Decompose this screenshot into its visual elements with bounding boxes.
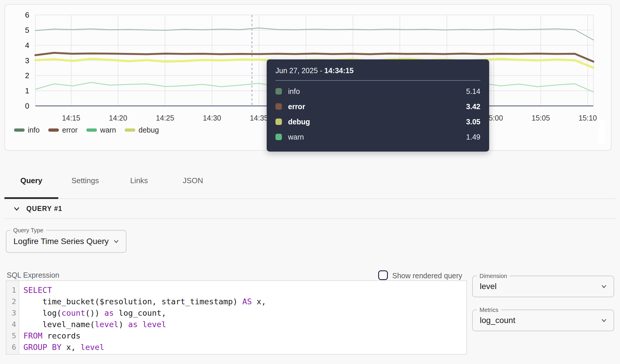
line-number: 6 [6, 341, 19, 353]
chart-tooltip: Jun 27, 2025 - 14:34:15 info5.14error3.4… [267, 59, 489, 152]
legend-item-info[interactable]: info [14, 126, 40, 134]
tooltip-row-info: info5.14 [275, 84, 480, 99]
legend-label: error [62, 126, 78, 134]
chevron-down-icon [112, 237, 121, 246]
legend-label: warn [100, 126, 116, 134]
legend-swatch-warn [86, 128, 97, 132]
query-section-title: QUERY #1 [26, 205, 62, 213]
tooltip-series-name: warn [288, 133, 304, 141]
query-editor-page: 012345614:1514:2014:2514:3014:3514:4014:… [0, 0, 620, 364]
tab-divider [4, 198, 616, 199]
line-number: 3 [6, 307, 19, 319]
tab-bar: QuerySettingsLinksJSON [4, 171, 220, 190]
tooltip-series-value: 5.14 [466, 87, 480, 96]
metrics-select[interactable]: Metrics log_count [472, 310, 614, 331]
svg-text:1: 1 [25, 86, 29, 95]
tooltip-series-name: error [288, 102, 305, 111]
tooltip-row-debug: debug3.05 [275, 114, 480, 129]
code-line-3: log(count()) as log_count, [23, 307, 466, 319]
tab-json[interactable]: JSON [166, 171, 220, 190]
legend-label: info [28, 126, 40, 134]
svg-text:14:35: 14:35 [250, 114, 268, 122]
tooltip-series-value: 3.05 [466, 118, 480, 126]
section-divider [4, 218, 616, 219]
code-line-4: level_name(level) as level [23, 319, 466, 330]
dimension-select[interactable]: Dimension level [472, 276, 614, 297]
show-rendered-query-checkbox[interactable] [378, 270, 388, 280]
metrics-value: log_count [480, 310, 515, 331]
tooltip-swatch-info [275, 88, 282, 95]
chart-legend: infoerrorwarndebug [14, 126, 159, 134]
legend-swatch-error [48, 128, 59, 132]
tooltip-series-name: debug [288, 118, 310, 126]
tooltip-series-name: info [288, 87, 300, 96]
code-line-6: GROUP BY x, level [23, 341, 466, 353]
tooltip-series-value: 3.42 [466, 102, 480, 111]
tooltip-header: Jun 27, 2025 - 14:34:15 [275, 66, 480, 75]
svg-text:5: 5 [25, 26, 29, 35]
sql-code-editor[interactable]: 123456 SELECT time_bucket($resolution, s… [6, 280, 467, 355]
tooltip-date: Jun 27, 2025 - [275, 66, 324, 75]
legend-item-debug[interactable]: debug [125, 126, 159, 134]
tooltip-swatch-error [275, 103, 282, 110]
tooltip-time: 14:34:15 [324, 66, 354, 75]
svg-text:14:15: 14:15 [62, 114, 81, 122]
tooltip-row-warn: warn1.49 [275, 129, 480, 145]
legend-item-warn[interactable]: warn [86, 126, 116, 134]
sql-expression-label: SQL Expression [7, 271, 59, 279]
tab-query[interactable]: Query [4, 171, 58, 190]
svg-text:14:20: 14:20 [109, 114, 127, 122]
query-1-section-header[interactable]: QUERY #1 [13, 205, 62, 213]
svg-text:0: 0 [25, 102, 29, 110]
chevron-down-icon [13, 205, 20, 213]
tooltip-row-error: error3.42 [275, 99, 480, 114]
code-line-5: FROM records [23, 330, 466, 341]
legend-item-error[interactable]: error [48, 126, 78, 134]
tooltip-swatch-debug [275, 119, 282, 125]
chart-scrollbar-thumb[interactable] [598, 120, 605, 144]
tab-links[interactable]: Links [112, 171, 166, 190]
svg-text:3: 3 [25, 56, 29, 65]
tooltip-swatch-warn [275, 134, 282, 140]
tab-settings[interactable]: Settings [58, 171, 112, 190]
line-number: 4 [6, 319, 19, 330]
chevron-down-icon [600, 316, 608, 325]
line-number: 2 [6, 296, 19, 307]
svg-text:15:10: 15:10 [578, 114, 597, 122]
svg-text:14:30: 14:30 [203, 114, 221, 122]
tooltip-rows: info5.14error3.42debug3.05warn1.49 [275, 84, 480, 145]
line-number: 5 [6, 330, 19, 341]
query-type-value: Logfire Time Series Query [13, 231, 109, 252]
legend-swatch-info [14, 128, 25, 132]
line-number: 1 [6, 284, 19, 296]
query-type-select[interactable]: Query Type Logfire Time Series Query [6, 230, 126, 253]
line-number-gutter: 123456 [6, 281, 19, 354]
code-line-1: SELECT [23, 284, 466, 296]
svg-text:14:25: 14:25 [156, 114, 174, 122]
legend-label: debug [138, 126, 159, 134]
svg-text:2: 2 [25, 71, 29, 80]
svg-text:15:05: 15:05 [532, 114, 550, 122]
chevron-down-icon [600, 282, 608, 291]
tooltip-divider [275, 80, 480, 81]
svg-text:4: 4 [25, 41, 29, 50]
legend-swatch-debug [125, 128, 135, 132]
sql-code-area[interactable]: SELECT time_bucket($resolution, start_ti… [19, 281, 466, 354]
show-rendered-query-label: Show rendered query [392, 272, 462, 280]
svg-text:6: 6 [25, 11, 29, 19]
active-tab-underline [4, 197, 58, 199]
dimension-value: level [480, 276, 497, 297]
tooltip-series-value: 1.49 [466, 133, 480, 141]
code-line-2: time_bucket($resolution, start_timestamp… [23, 296, 466, 307]
